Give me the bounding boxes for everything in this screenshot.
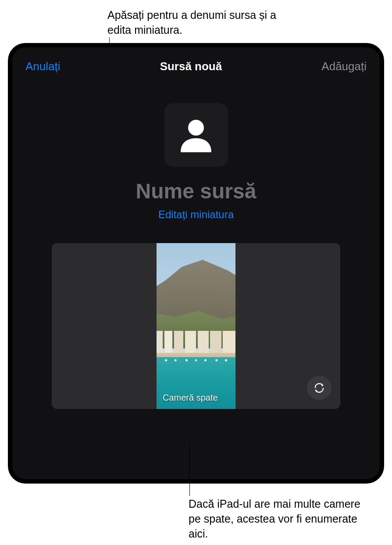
callout-leader-line-bottom	[189, 442, 190, 496]
camera-label: Cameră spate	[163, 393, 218, 403]
sheet-title: Sursă nouă	[160, 60, 222, 73]
source-avatar-placeholder[interactable]	[164, 103, 228, 167]
add-button[interactable]: Adăugați	[321, 60, 367, 73]
svg-point-0	[188, 120, 204, 136]
source-identity-area: Nume sursă Editați miniatura	[12, 103, 380, 221]
preview-boats	[157, 356, 235, 364]
callout-top: Apăsați pentru a denumi sursa și a edita…	[107, 8, 283, 38]
flip-camera-button[interactable]	[307, 376, 331, 400]
new-source-sheet: Anulați Sursă nouă Adăugați Nume sursă E…	[12, 47, 380, 479]
sheet-header: Anulați Sursă nouă Adăugați	[12, 47, 380, 82]
edit-thumbnail-button[interactable]: Editați miniatura	[158, 208, 234, 221]
device-frame: Anulați Sursă nouă Adăugați Nume sursă E…	[8, 43, 384, 484]
cancel-button[interactable]: Anulați	[25, 60, 61, 73]
camera-preview[interactable]: Cameră spate	[157, 243, 235, 409]
camera-preview-panel: Cameră spate	[52, 243, 340, 409]
source-name-field[interactable]: Nume sursă	[136, 179, 257, 203]
callout-bottom: Dacă iPad-ul are mai multe camere pe spa…	[189, 497, 373, 541]
flip-camera-icon	[313, 381, 326, 394]
person-icon	[176, 115, 216, 155]
